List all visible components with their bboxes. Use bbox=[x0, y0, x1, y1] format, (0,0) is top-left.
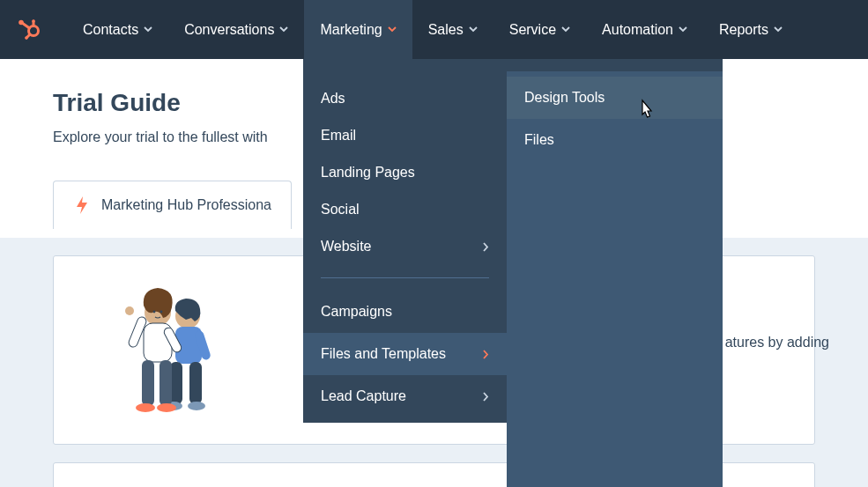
nav-label: Marketing bbox=[320, 22, 382, 38]
dd-item-email[interactable]: Email bbox=[303, 117, 507, 154]
dd-item-lead-capture[interactable]: Lead Capture bbox=[303, 375, 507, 417]
dd-item-website[interactable]: Website bbox=[303, 228, 507, 265]
hubspot-logo-icon[interactable] bbox=[16, 18, 41, 42]
bolt-icon bbox=[73, 196, 91, 215]
nav-item-service[interactable]: Service bbox=[493, 0, 586, 59]
tab-label: Marketing Hub Professiona bbox=[101, 197, 271, 213]
svg-rect-9 bbox=[170, 362, 182, 404]
chevron-down-icon bbox=[388, 26, 397, 33]
svg-rect-16 bbox=[142, 360, 154, 406]
files-templates-submenu: Design Tools Files bbox=[507, 59, 723, 487]
nav-items-container: Contacts Conversations Marketing Sales S… bbox=[67, 0, 798, 59]
svg-point-18 bbox=[136, 403, 155, 412]
marketing-dropdown: Ads Email Landing Pages Social Website C… bbox=[303, 59, 507, 423]
chevron-down-icon bbox=[774, 26, 783, 33]
chevron-down-icon bbox=[561, 26, 570, 33]
chevron-right-icon bbox=[483, 350, 489, 359]
svg-rect-10 bbox=[189, 362, 202, 404]
nav-item-reports[interactable]: Reports bbox=[703, 0, 798, 59]
nav-label: Contacts bbox=[83, 22, 138, 38]
dd-label: Files and Templates bbox=[321, 346, 446, 362]
svg-point-23 bbox=[153, 311, 156, 314]
svg-point-2 bbox=[32, 19, 35, 23]
dd-label: Campaigns bbox=[321, 304, 392, 320]
nav-item-sales[interactable]: Sales bbox=[412, 0, 493, 59]
dd-item-ads[interactable]: Ads bbox=[303, 80, 507, 117]
card-text-fragment: atures by adding bbox=[725, 335, 829, 350]
tab-marketing-hub[interactable]: Marketing Hub Professiona bbox=[53, 181, 292, 229]
nav-label: Automation bbox=[602, 22, 673, 38]
dd-label: Landing Pages bbox=[321, 165, 415, 181]
dd-label: Social bbox=[321, 202, 360, 218]
chevron-down-icon bbox=[679, 26, 687, 33]
chevron-down-icon bbox=[144, 26, 152, 33]
chevron-right-icon bbox=[483, 242, 489, 252]
dd-item-files-templates[interactable]: Files and Templates bbox=[303, 333, 507, 375]
chevron-down-icon bbox=[279, 26, 288, 33]
dd-item-social[interactable]: Social bbox=[303, 191, 507, 228]
svg-point-6 bbox=[19, 19, 24, 25]
dd-label: Ads bbox=[321, 91, 345, 107]
dd-item-landing-pages[interactable]: Landing Pages bbox=[303, 154, 507, 191]
top-navbar: Contacts Conversations Marketing Sales S… bbox=[0, 0, 868, 59]
dropdown-divider bbox=[321, 277, 489, 278]
dd-item-campaigns[interactable]: Campaigns bbox=[303, 291, 507, 333]
nav-item-contacts[interactable]: Contacts bbox=[67, 0, 168, 59]
chevron-right-icon bbox=[483, 392, 489, 402]
svg-point-12 bbox=[188, 402, 205, 410]
submenu-header-spacer bbox=[507, 59, 723, 71]
dd-label: Lead Capture bbox=[321, 388, 406, 404]
nav-label: Service bbox=[509, 22, 556, 38]
svg-point-4 bbox=[25, 36, 28, 40]
dd-label: Files bbox=[524, 132, 554, 148]
svg-rect-17 bbox=[160, 360, 172, 406]
people-illustration bbox=[107, 274, 230, 432]
nav-label: Conversations bbox=[184, 22, 274, 38]
svg-point-21 bbox=[125, 306, 134, 315]
chevron-down-icon bbox=[469, 26, 478, 33]
dd-label: Website bbox=[321, 239, 372, 255]
dd-label: Design Tools bbox=[524, 90, 605, 106]
nav-label: Reports bbox=[719, 22, 768, 38]
nav-item-marketing[interactable]: Marketing bbox=[304, 0, 412, 59]
dd-item-files[interactable]: Files bbox=[507, 119, 723, 161]
nav-item-automation[interactable]: Automation bbox=[586, 0, 703, 59]
nav-label: Sales bbox=[428, 22, 464, 38]
dd-label: Email bbox=[321, 128, 356, 144]
nav-item-conversations[interactable]: Conversations bbox=[168, 0, 304, 59]
svg-point-19 bbox=[157, 403, 176, 412]
svg-point-24 bbox=[160, 311, 163, 314]
dd-item-design-tools[interactable]: Design Tools bbox=[507, 77, 723, 119]
